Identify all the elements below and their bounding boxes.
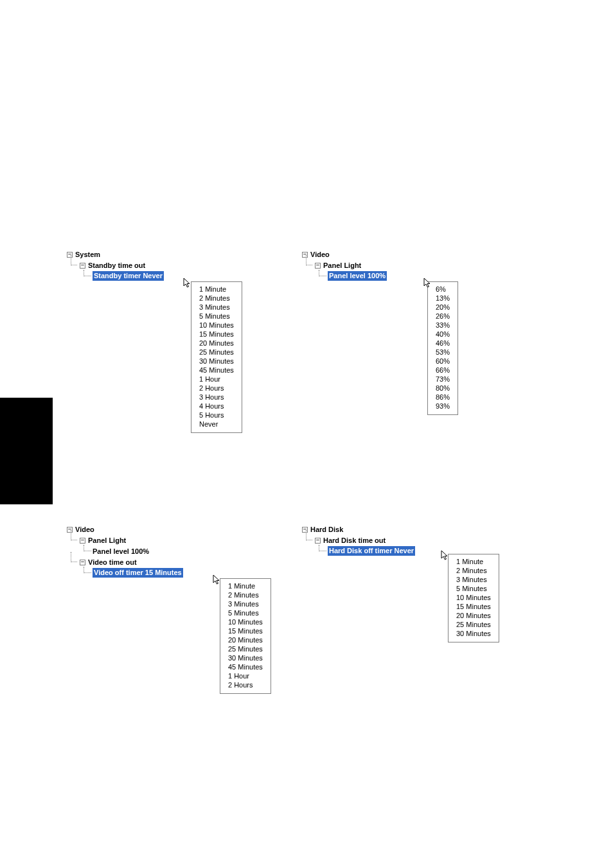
menu-item[interactable]: 86% (436, 393, 450, 402)
tree-node-panel-light[interactable]: Panel Light (315, 260, 387, 270)
menu-item[interactable]: Never (199, 420, 234, 429)
menu-item[interactable]: 20 Minutes (456, 611, 491, 620)
tree-leaf-video-off-timer[interactable]: Video off timer 15 Minutes (93, 568, 183, 578)
tree-node-hard-disk-timeout[interactable]: Hard Disk time out (315, 535, 415, 545)
menu-item[interactable]: 3 Minutes (456, 575, 491, 584)
dropdown-panel-level[interactable]: 6%13%20%26%33%40%46%53%60%66%73%80%86%93… (427, 281, 458, 415)
menu-item[interactable]: 10 Minutes (456, 593, 491, 602)
menu-item[interactable]: 30 Minutes (199, 357, 234, 366)
menu-item[interactable]: 25 Minutes (228, 644, 263, 653)
dropdown-video-off-timer[interactable]: 1 Minute2 Minutes3 Minutes5 Minutes10 Mi… (220, 578, 271, 694)
menu-item[interactable]: 2 Minutes (456, 566, 491, 575)
menu-item[interactable]: 1 Minute (228, 581, 263, 590)
collapse-icon[interactable] (80, 560, 85, 565)
tree-leaf-panel-level[interactable]: Panel level 100% (328, 271, 387, 281)
menu-item[interactable]: 5 Minutes (199, 312, 234, 321)
menu-item[interactable]: 15 Minutes (199, 330, 234, 339)
menu-item[interactable]: 5 Minutes (456, 584, 491, 593)
menu-item[interactable]: 15 Minutes (456, 602, 491, 611)
menu-item[interactable]: 4 Hours (199, 402, 234, 411)
menu-item[interactable]: 40% (436, 330, 450, 339)
menu-item[interactable]: 3 Minutes (199, 303, 234, 312)
tree-label: Panel Light (88, 536, 126, 544)
tree-label: System (75, 251, 100, 258)
menu-item[interactable]: 45 Minutes (199, 366, 234, 375)
menu-item[interactable]: 20 Minutes (228, 635, 263, 644)
tree-label: Video (310, 251, 330, 258)
tree-node-video-timeout[interactable]: Video time out (80, 557, 183, 567)
tree-node-panel-light[interactable]: Panel Light (80, 535, 183, 545)
tree-node-video[interactable]: Video (67, 524, 183, 534)
menu-item[interactable]: 5 Hours (199, 411, 234, 420)
menu-item[interactable]: 13% (436, 294, 450, 303)
collapse-icon[interactable] (80, 538, 85, 544)
menu-item[interactable]: 80% (436, 384, 450, 393)
menu-item[interactable]: 6% (436, 285, 450, 294)
menu-item[interactable]: 30 Minutes (456, 629, 491, 638)
menu-item[interactable]: 66% (436, 366, 450, 375)
menu-item[interactable]: 2 Minutes (228, 590, 263, 599)
menu-item[interactable]: 3 Hours (199, 393, 234, 402)
tree-node-system[interactable]: System (67, 249, 164, 259)
menu-item[interactable]: 1 Hour (199, 375, 234, 384)
tree-hard-disk: Hard Disk Hard Disk time out Hard Disk o… (302, 524, 415, 556)
collapse-icon[interactable] (315, 263, 321, 269)
menu-item[interactable]: 10 Minutes (199, 321, 234, 330)
menu-item[interactable]: 5 Minutes (228, 608, 263, 617)
menu-item[interactable]: 46% (436, 339, 450, 348)
menu-item[interactable]: 1 Hour (228, 671, 263, 680)
black-side-tab (0, 398, 53, 504)
tree-leaf-panel-level[interactable]: Panel level 100% (93, 547, 149, 555)
tree-leaf-standby-timer[interactable]: Standby timer Never (93, 271, 164, 281)
menu-item[interactable]: 3 Minutes (228, 599, 263, 608)
menu-item[interactable]: 93% (436, 402, 450, 411)
tree-video-timeout: Video Panel Light Panel level 100% Video… (67, 524, 183, 578)
menu-item[interactable]: 53% (436, 348, 450, 357)
collapse-icon[interactable] (315, 538, 321, 544)
menu-item[interactable]: 2 Hours (228, 680, 263, 689)
tree-node-standby-timeout[interactable]: Standby time out (80, 260, 164, 270)
dropdown-hard-disk-off-timer[interactable]: 1 Minute2 Minutes3 Minutes5 Minutes10 Mi… (448, 554, 499, 642)
tree-node-hard-disk[interactable]: Hard Disk (302, 524, 415, 534)
collapse-icon[interactable] (80, 263, 85, 269)
menu-item[interactable]: 33% (436, 321, 450, 330)
menu-item[interactable]: 45 Minutes (228, 662, 263, 671)
tree-label: Panel Light (323, 261, 361, 269)
tree-label: Hard Disk time out (323, 536, 386, 544)
tree-label: Video time out (88, 558, 137, 566)
menu-item[interactable]: 25 Minutes (199, 348, 234, 357)
tree-leaf-hard-disk-off-timer[interactable]: Hard Disk off timer Never (328, 546, 415, 556)
tree-label: Hard Disk (310, 526, 343, 533)
menu-item[interactable]: 26% (436, 312, 450, 321)
tree-node-video[interactable]: Video (302, 249, 387, 259)
menu-item[interactable]: 2 Minutes (199, 294, 234, 303)
tree-system-standby: System Standby time out Standby timer Ne… (67, 249, 164, 281)
tree-label: Standby time out (88, 261, 145, 269)
menu-item[interactable]: 1 Minute (199, 285, 234, 294)
menu-item[interactable]: 20% (436, 303, 450, 312)
menu-item[interactable]: 10 Minutes (228, 617, 263, 626)
menu-item[interactable]: 2 Hours (199, 384, 234, 393)
menu-item[interactable]: 60% (436, 357, 450, 366)
tree-video-panel-light: Video Panel Light Panel level 100% (302, 249, 387, 281)
dropdown-standby-timer[interactable]: 1 Minute2 Minutes3 Minutes5 Minutes10 Mi… (191, 281, 242, 433)
tree-label: Video (75, 526, 94, 533)
menu-item[interactable]: 30 Minutes (228, 653, 263, 662)
menu-item[interactable]: 73% (436, 375, 450, 384)
menu-item[interactable]: 1 Minute (456, 557, 491, 566)
menu-item[interactable]: 15 Minutes (228, 626, 263, 635)
menu-item[interactable]: 20 Minutes (199, 339, 234, 348)
menu-item[interactable]: 25 Minutes (456, 620, 491, 629)
